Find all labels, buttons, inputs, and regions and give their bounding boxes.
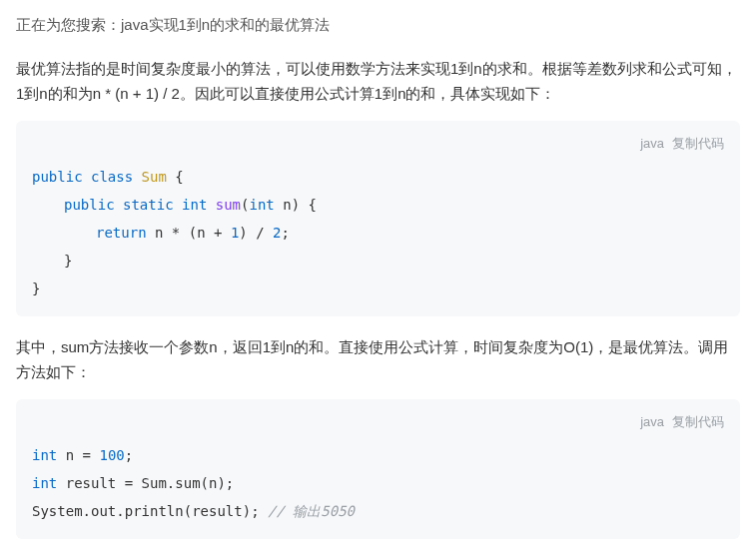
code-text: n * (n +	[147, 225, 231, 241]
code-text: System.out.println(result);	[32, 503, 268, 519]
search-status: 正在为您搜索：java实现1到n的求和的最优算法	[16, 12, 740, 38]
class-name: Sum	[142, 169, 167, 185]
code-text: }	[64, 253, 72, 269]
code-content: int n = 100; int result = Sum.sum(n); Sy…	[32, 441, 724, 525]
code-comment: // 输出5050	[268, 503, 355, 519]
code-content: public class Sum { public static int sum…	[32, 163, 724, 302]
paragraph-intro: 最优算法指的是时间复杂度最小的算法，可以使用数学方法来实现1到n的求和。根据等差…	[16, 56, 740, 107]
code-block-2: java复制代码 int n = 100; int result = Sum.s…	[16, 399, 740, 539]
code-header: java复制代码	[32, 131, 724, 157]
keyword-class: class	[91, 169, 133, 185]
keyword-public: public	[32, 169, 83, 185]
copy-code-button[interactable]: 复制代码	[672, 414, 724, 429]
function-name: sum	[216, 197, 241, 213]
code-text: {	[167, 169, 184, 185]
keyword-return: return	[96, 225, 147, 241]
keyword-int: int	[32, 447, 57, 463]
code-text: ) /	[239, 225, 273, 241]
code-text: n) {	[275, 197, 317, 213]
code-text: result = Sum.sum(n);	[57, 475, 234, 491]
number-literal: 100	[99, 447, 124, 463]
code-text: (	[241, 197, 249, 213]
code-block-1: java复制代码 public class Sum { public stati…	[16, 121, 740, 316]
keyword-int: int	[250, 197, 275, 213]
code-text: ;	[281, 225, 289, 241]
code-text: ;	[125, 447, 133, 463]
keyword-public: public	[64, 197, 115, 213]
code-lang-label: java	[640, 414, 664, 429]
copy-code-button[interactable]: 复制代码	[672, 136, 724, 151]
code-text: n =	[57, 447, 99, 463]
code-header: java复制代码	[32, 409, 724, 435]
paragraph-explain: 其中，sum方法接收一个参数n，返回1到n的和。直接使用公式计算，时间复杂度为O…	[16, 334, 740, 385]
keyword-int: int	[182, 197, 207, 213]
code-text: }	[32, 280, 40, 296]
code-lang-label: java	[640, 136, 664, 151]
keyword-int: int	[32, 475, 57, 491]
keyword-static: static	[123, 197, 174, 213]
